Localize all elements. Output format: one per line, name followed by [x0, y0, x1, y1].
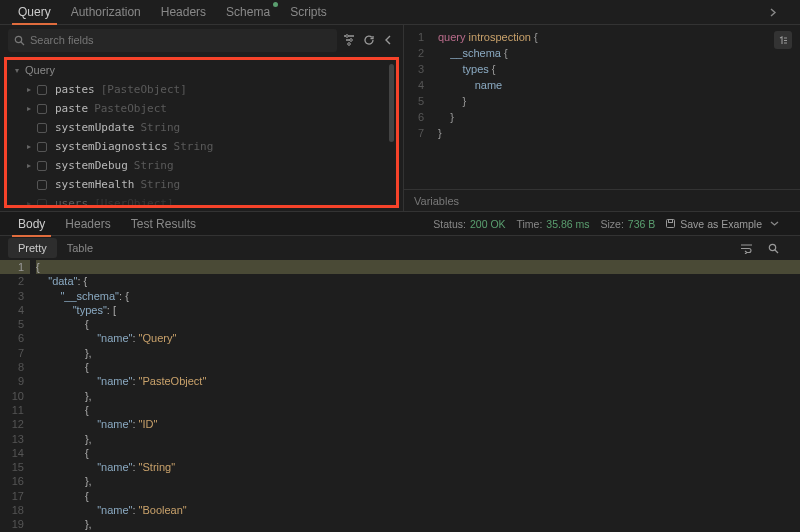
field-systemdebug[interactable]: ▸systemDebugString — [7, 156, 396, 175]
svg-rect-6 — [669, 220, 673, 223]
response-body[interactable]: 1234567891011121314151617181920 { "data"… — [0, 260, 800, 532]
query-gutter: 1234567 — [404, 29, 432, 141]
schema-scroll[interactable]: ▾ Query ▸pastes[PasteObject] ▸pastePaste… — [7, 60, 396, 205]
time-value: 35.86 ms — [546, 218, 589, 230]
wrap-icon[interactable] — [740, 243, 760, 254]
refresh-icon[interactable] — [363, 34, 383, 46]
schema-root-label: Query — [25, 64, 55, 76]
top-panel: ▾ Query ▸pastes[PasteObject] ▸pastePaste… — [0, 25, 800, 211]
size-value: 736 B — [628, 218, 655, 230]
svg-point-4 — [348, 43, 351, 46]
chevron-down-icon[interactable] — [770, 219, 790, 228]
save-icon — [665, 218, 676, 229]
size-label: Size: — [600, 218, 623, 230]
body-view-tabs: Pretty Table — [0, 236, 800, 260]
tab-resp-headers[interactable]: Headers — [55, 212, 120, 236]
query-code[interactable]: query introspection { __schema { types {… — [438, 29, 538, 141]
chevron-right-icon: ▸ — [27, 104, 37, 113]
schema-highlight-box: ▾ Query ▸pastes[PasteObject] ▸pastePaste… — [4, 57, 399, 208]
response-code[interactable]: { "data": { "__schema": { "types": [ { "… — [36, 260, 800, 532]
checkbox[interactable] — [37, 161, 47, 171]
chevron-right-icon: ▸ — [27, 142, 37, 151]
svg-line-1 — [21, 42, 24, 45]
tab-body[interactable]: Body — [8, 212, 55, 236]
search-response-icon[interactable] — [768, 243, 788, 254]
tab-authorization[interactable]: Authorization — [61, 0, 151, 24]
svg-point-3 — [350, 39, 353, 42]
collapse-icon[interactable] — [768, 7, 788, 18]
save-example-button[interactable]: Save as Example — [665, 218, 762, 230]
field-type: String — [140, 178, 180, 191]
svg-rect-5 — [667, 220, 675, 228]
tab-headers[interactable]: Headers — [151, 0, 216, 24]
field-name: systemDebug — [55, 159, 128, 172]
field-type: PasteObject — [94, 102, 167, 115]
field-type: [PasteObject] — [101, 83, 187, 96]
field-type: String — [140, 121, 180, 134]
field-name: systemHealth — [55, 178, 134, 191]
scrollbar[interactable] — [389, 64, 394, 142]
svg-line-8 — [775, 250, 778, 253]
field-type: String — [134, 159, 174, 172]
time-label: Time: — [516, 218, 542, 230]
field-systemdiagnostics[interactable]: ▸systemDiagnosticsString — [7, 137, 396, 156]
checkbox[interactable] — [37, 104, 47, 114]
view-pretty[interactable]: Pretty — [8, 238, 57, 258]
response-tabs: Body Headers Test Results Status: 200 OK… — [0, 211, 800, 236]
chevron-right-icon: ▸ — [27, 199, 37, 205]
filter-icon[interactable] — [343, 34, 363, 46]
search-wrap[interactable] — [8, 29, 337, 52]
tab-query[interactable]: Query — [8, 0, 61, 24]
checkbox[interactable] — [37, 123, 47, 133]
field-type: String — [174, 140, 214, 153]
status-value: 200 OK — [470, 218, 506, 230]
request-tabs: Query Authorization Headers Schema Scrip… — [0, 0, 800, 25]
search-input[interactable] — [30, 34, 331, 46]
response-status: Status: 200 OK Time: 35.86 ms Size: 736 … — [433, 218, 800, 230]
query-panel: 1234567 query introspection { __schema {… — [404, 25, 800, 211]
checkbox[interactable] — [37, 199, 47, 206]
search-toolbar — [0, 25, 403, 55]
field-systemupdate[interactable]: systemUpdateString — [7, 118, 396, 137]
field-pastes[interactable]: ▸pastes[PasteObject] — [7, 80, 396, 99]
response-gutter: 1234567891011121314151617181920 — [0, 260, 30, 532]
tab-schema[interactable]: Schema — [216, 0, 280, 24]
field-paste[interactable]: ▸pastePasteObject — [7, 99, 396, 118]
view-table[interactable]: Table — [57, 238, 103, 258]
schema-dot-icon — [273, 2, 278, 7]
field-name: systemDiagnostics — [55, 140, 168, 153]
collapse-left-icon[interactable] — [383, 35, 403, 45]
chevron-right-icon: ▸ — [27, 85, 37, 94]
field-name: systemUpdate — [55, 121, 134, 134]
field-name: paste — [55, 102, 88, 115]
save-label: Save as Example — [680, 218, 762, 230]
query-editor[interactable]: 1234567 query introspection { __schema {… — [404, 25, 800, 189]
tab-test-results[interactable]: Test Results — [121, 212, 206, 236]
checkbox[interactable] — [37, 180, 47, 190]
chevron-down-icon: ▾ — [15, 66, 25, 75]
field-name: users — [55, 197, 88, 205]
beautify-icon[interactable] — [774, 31, 792, 49]
svg-point-2 — [346, 35, 349, 38]
schema-root-query[interactable]: ▾ Query — [7, 60, 396, 80]
checkbox[interactable] — [37, 85, 47, 95]
field-systemhealth[interactable]: systemHealthString — [7, 175, 396, 194]
checkbox[interactable] — [37, 142, 47, 152]
schema-explorer: ▾ Query ▸pastes[PasteObject] ▸pastePaste… — [0, 25, 404, 211]
variables-section[interactable]: Variables — [404, 189, 800, 211]
status-label: Status: — [433, 218, 466, 230]
field-name: pastes — [55, 83, 95, 96]
search-icon — [14, 35, 25, 46]
tab-scripts[interactable]: Scripts — [280, 0, 337, 24]
svg-point-7 — [769, 244, 775, 250]
svg-point-0 — [15, 36, 21, 42]
field-type: [UserObject] — [94, 197, 173, 205]
field-users[interactable]: ▸users[UserObject] — [7, 194, 396, 205]
chevron-right-icon: ▸ — [27, 161, 37, 170]
